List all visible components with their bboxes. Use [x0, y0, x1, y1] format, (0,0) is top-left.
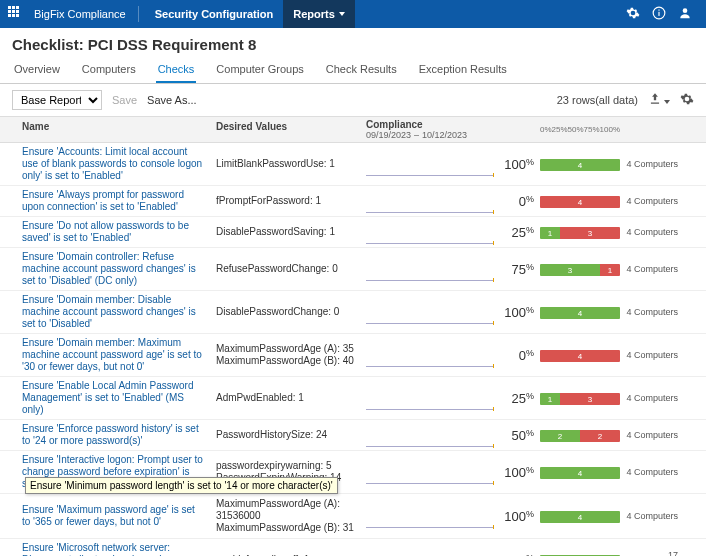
desired-value: AdmPwdEnabled: 1	[210, 388, 360, 408]
check-name-link[interactable]: Ensure 'Accounts: Limit local account us…	[0, 143, 210, 185]
table-row: Ensure 'Always prompt for password upon …	[0, 186, 706, 217]
table-settings-icon[interactable]	[680, 92, 694, 109]
table-row: Ensure 'Domain controller: Refuse machin…	[0, 248, 706, 291]
compliance-percent: 75%	[500, 258, 536, 281]
svg-rect-1	[658, 11, 659, 15]
computer-count: 4 Computers	[622, 346, 682, 364]
compliance-percent: 0%	[500, 190, 536, 213]
svg-point-3	[683, 8, 688, 13]
col-header-desired-values[interactable]: Desired Values	[210, 117, 360, 142]
compliance-bar: 4	[536, 461, 622, 483]
computer-count: 4 Computers	[622, 463, 682, 481]
check-name-link[interactable]: Ensure 'Do not allow passwords to be sav…	[0, 217, 210, 247]
app-header: BigFix Compliance Security Configuration…	[0, 0, 706, 28]
tab-computers[interactable]: Computers	[80, 57, 138, 83]
check-name-link[interactable]: Ensure 'Enable Local Admin Password Mana…	[0, 377, 210, 419]
page-title: Checklist: PCI DSS Requirement 8	[0, 28, 706, 57]
compliance-bar: 13	[536, 387, 622, 409]
computer-count: 4 Computers	[622, 303, 682, 321]
table-row: Ensure 'Microsoft network server: Discon…	[0, 539, 706, 556]
report-select[interactable]: Base Report	[12, 90, 102, 110]
table-row: Ensure 'Maximum password age' is set to …	[0, 494, 706, 539]
check-name-link[interactable]: Ensure 'Domain member: Maximum machine a…	[0, 334, 210, 376]
table-row: Ensure 'Enable Local Admin Password Mana…	[0, 377, 706, 420]
table-row: Ensure 'Domain member: Disable machine a…	[0, 291, 706, 334]
compliance-bar: 13	[536, 221, 622, 243]
table-body[interactable]: Ensure 'Accounts: Limit local account us…	[0, 143, 706, 556]
toolbar: Base Report Save Save As... 23 rows(all …	[0, 84, 706, 117]
check-name-link[interactable]: Ensure 'Enforce password history' is set…	[0, 420, 210, 450]
save-button: Save	[112, 94, 137, 106]
apps-grid-icon[interactable]	[8, 6, 24, 22]
desired-value: DisablePasswordChange: 0	[210, 302, 360, 322]
table-row: Ensure 'Domain member: Maximum machine a…	[0, 334, 706, 377]
computer-count: 4 Computers	[622, 507, 682, 525]
tabs: Overview Computers Checks Computer Group…	[0, 57, 706, 84]
compliance-sparkline	[360, 259, 500, 279]
col-header-name[interactable]: Name	[0, 117, 210, 142]
compliance-bar: 16	[536, 549, 622, 556]
svg-rect-2	[658, 9, 659, 10]
check-name-link[interactable]: Ensure 'Domain member: Disable machine a…	[0, 291, 210, 333]
compliance-bar: 4	[536, 190, 622, 212]
nav-security-configuration[interactable]: Security Configuration	[145, 0, 284, 28]
compliance-sparkline	[360, 506, 500, 526]
table-row: Ensure 'Do not allow passwords to be sav…	[0, 217, 706, 248]
compliance-percent: 100%	[500, 153, 536, 176]
compliance-sparkline	[360, 462, 500, 482]
desired-value: MaximumPasswordAge (A): 31536000MaximumP…	[210, 494, 360, 538]
compliance-date-range: 09/19/2023–10/12/2023	[366, 130, 494, 140]
computer-count: 4 Computers	[622, 389, 682, 407]
compliance-percent: 100%	[500, 461, 536, 484]
tab-check-results[interactable]: Check Results	[324, 57, 399, 83]
chevron-down-icon	[664, 100, 670, 104]
computer-count: 4 Computers	[622, 155, 682, 173]
desired-value: PasswordHistorySize: 24	[210, 425, 360, 445]
table-header: Name Desired Values Compliance 09/19/202…	[0, 117, 706, 143]
compliance-percent: 100%	[500, 301, 536, 324]
compliance-percent: 25%	[500, 387, 536, 410]
brand-label: BigFix Compliance	[34, 8, 126, 20]
nav-reports[interactable]: Reports	[283, 0, 355, 28]
compliance-bar: 31	[536, 258, 622, 280]
compliance-sparkline	[360, 345, 500, 365]
compliance-sparkline	[360, 388, 500, 408]
desired-value: enableforcedlogoff: 1	[210, 550, 360, 556]
check-name-link[interactable]: Ensure 'Always prompt for password upon …	[0, 186, 210, 216]
computer-count: 4 Computers	[622, 260, 682, 278]
compliance-sparkline	[360, 191, 500, 211]
compliance-percent: 100%	[500, 505, 536, 528]
computer-count: 17 Computers	[622, 546, 682, 556]
tab-checks[interactable]: Checks	[156, 57, 197, 83]
info-icon[interactable]	[646, 6, 672, 23]
compliance-sparkline	[360, 425, 500, 445]
bar-axis: 0%25%50%75%100%	[536, 117, 622, 142]
gear-icon[interactable]	[620, 6, 646, 23]
compliance-bar: 22	[536, 424, 622, 446]
chevron-down-icon	[339, 12, 345, 16]
compliance-bar: 4	[536, 301, 622, 323]
compliance-bar: 4	[536, 505, 622, 527]
col-header-compliance[interactable]: Compliance 09/19/2023–10/12/2023	[360, 117, 500, 142]
nav-reports-label: Reports	[293, 8, 335, 20]
compliance-percent: 0%	[500, 344, 536, 367]
tab-exception-results[interactable]: Exception Results	[417, 57, 509, 83]
check-name-link[interactable]: Ensure 'Maximum password age' is set to …	[0, 501, 210, 531]
compliance-percent: 100%	[500, 549, 536, 557]
check-name-link[interactable]: Ensure 'Microsoft network server: Discon…	[0, 539, 210, 556]
save-as-button[interactable]: Save As...	[147, 94, 197, 106]
compliance-sparkline	[360, 154, 500, 174]
check-name-link[interactable]: Ensure 'Domain controller: Refuse machin…	[0, 248, 210, 290]
compliance-sparkline	[360, 222, 500, 242]
tab-overview[interactable]: Overview	[12, 57, 62, 83]
table-row: Ensure 'Accounts: Limit local account us…	[0, 143, 706, 186]
table-row: Ensure 'Enforce password history' is set…	[0, 420, 706, 451]
user-icon[interactable]	[672, 6, 698, 23]
tab-computer-groups[interactable]: Computer Groups	[214, 57, 305, 83]
computer-count: 4 Computers	[622, 426, 682, 444]
desired-value: RefusePasswordChange: 0	[210, 259, 360, 279]
compliance-bar: 4	[536, 153, 622, 175]
computer-count: 4 Computers	[622, 223, 682, 241]
export-button[interactable]	[648, 92, 670, 109]
desired-value: fPromptForPassword: 1	[210, 191, 360, 211]
